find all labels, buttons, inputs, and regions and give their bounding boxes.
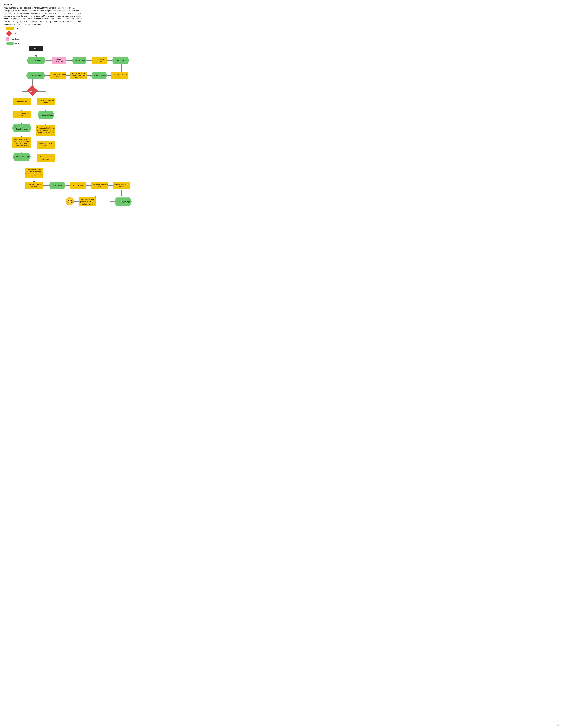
press-hair-tab-label: Press Hair tab on nav bar: [92, 58, 107, 63]
watch-video-shape: Watch video and prepare to call hair sty…: [79, 197, 96, 206]
legend-page-label: Page: [15, 43, 19, 44]
press-publish-label: Press the Publish button: [37, 143, 55, 147]
tap-search-bar-shape: Tap search bar: [13, 98, 31, 105]
legend-action-shape: [6, 27, 14, 30]
legend-action: Action: [6, 27, 19, 30]
legend-decision: Decision: [6, 31, 19, 36]
tap-search-bar-label: Tap search bar: [16, 101, 27, 103]
press-coily-card-label: Press on Coily hair card: [111, 73, 128, 78]
tap-search-bar2-label: Tap search bar: [72, 184, 84, 187]
videos-page-shape: Videos Page: [49, 182, 66, 189]
coily-hair-info-label: Coily Hair info page: [92, 74, 106, 77]
fill-form-shape: Fill out question form on info regarding…: [36, 125, 55, 136]
press-publish-shape: Press the Publish button: [37, 141, 55, 149]
discover-page-label: Discover page: [74, 59, 85, 62]
input-login-shape: Input login credentials: [52, 57, 66, 64]
click-liked-video-label: Click on most liked video: [113, 183, 130, 188]
legend-title: Legend: [6, 23, 19, 25]
hair-page-shape: Hair page: [112, 57, 129, 64]
flowchart: Start Login Page Input login credentials…: [4, 45, 137, 206]
tap-ask-question-label: Tap on Ask a Question button: [37, 100, 55, 104]
tap-question-card-label: Tap on question card titled "In your opi…: [12, 138, 31, 147]
scroll-down-label: Scroll down to find info on "Best hair c…: [70, 72, 87, 79]
smiley-icon: 😊: [65, 197, 75, 206]
type-knotless-shape: Type "Knotless braids install": [91, 182, 108, 189]
questions-page-label: Questions Page: [30, 74, 42, 77]
legend-inout-shape: [6, 37, 9, 41]
situation-section: Situation Nina, balancing her busy sched…: [4, 4, 137, 26]
tap-ask-question-shape: Tap on Ask a Question button: [37, 98, 55, 105]
press-questions-tab-shape: Press Questions tab on nav bar: [50, 72, 66, 79]
videos-page-label: Videos Page: [52, 184, 62, 187]
situation-title: Situation: [4, 4, 137, 6]
press-questions-tab-label: Press Questions tab on nav bar: [50, 73, 66, 78]
press-videos-tab-label: Press Videos tab on nav bar: [25, 183, 43, 188]
video-player-page-label: Video Player Page: [116, 201, 130, 203]
login-page-label: Login Page: [32, 59, 41, 62]
login-page-shape: Login Page: [27, 57, 46, 64]
type-knotless-label: Type "Knotless braids install": [91, 183, 108, 188]
press-hair-tab-shape: Press Hair tab on nav bar: [92, 57, 107, 64]
view-comments-shape: View comments and see users comment "kno…: [25, 168, 43, 178]
start-label: Start: [34, 48, 38, 50]
input-login-label: Input login credentials: [52, 58, 66, 63]
question-detail-shape: Question Detail Page: [13, 153, 31, 161]
question-detail-label: Question Detail Page: [14, 156, 30, 158]
hair-page-label: Hair page: [117, 59, 124, 62]
legend-decision-label: Decision: [13, 33, 19, 34]
video-player-page-shape: Video Player Page: [114, 197, 132, 206]
legend-box: Legend Action Decision Input/Output Page: [4, 22, 22, 48]
fill-form-label: Fill out question form on info regarding…: [36, 127, 55, 134]
use-search-diamond: [27, 85, 38, 96]
legend-action-label: Action: [15, 27, 19, 29]
view-comments-label: View comments and see users comment "kno…: [25, 168, 43, 177]
tap-question-card-shape: Tap on question card titled "In your opi…: [12, 137, 31, 148]
discover-page-shape: Discover page: [72, 57, 87, 64]
click-liked-video-shape: Click on most liked video: [113, 182, 130, 189]
legend-inout-label: Input/Output: [11, 38, 19, 40]
coily-hair-info-shape: Coily Hair info page: [91, 72, 107, 79]
legend-page-shape: [6, 42, 14, 45]
watch-video-label: Watch video and prepare to call hair sty…: [79, 198, 96, 205]
type-styles-shape: Type "Best protective styles": [13, 111, 31, 118]
wait-comments-shape: Wait for users to comment: [37, 154, 55, 162]
press-videos-tab-shape: Press Videos tab on nav bar: [25, 182, 43, 189]
ask-question-page-label: Ask Question Page: [39, 114, 53, 116]
scroll-down-shape: Scroll down to find info on "Best hair c…: [70, 72, 87, 79]
tap-search-bar2-shape: Tap search bar: [70, 182, 86, 189]
search-results-label: Search results on Questions page: [12, 126, 31, 130]
type-styles-label: Type "Best protective styles": [13, 112, 31, 117]
legend-decision-shape: [6, 31, 12, 37]
legend-page: Page: [6, 42, 19, 45]
legend-decision-shape-wrap: [6, 31, 12, 36]
questions-page-shape: Questions Page: [26, 72, 45, 79]
legend-inout: Input/Output: [6, 37, 19, 41]
start-button[interactable]: Start: [29, 46, 43, 51]
press-coily-card-shape: Press on Coily hair card: [111, 72, 128, 79]
wait-comments-label: Wait for users to comment: [37, 156, 55, 160]
search-results-shape: Search results on Questions page: [12, 124, 31, 132]
use-search-decision: UseSearch?: [27, 85, 38, 96]
ask-question-page-shape: Ask Question Page: [38, 111, 54, 119]
